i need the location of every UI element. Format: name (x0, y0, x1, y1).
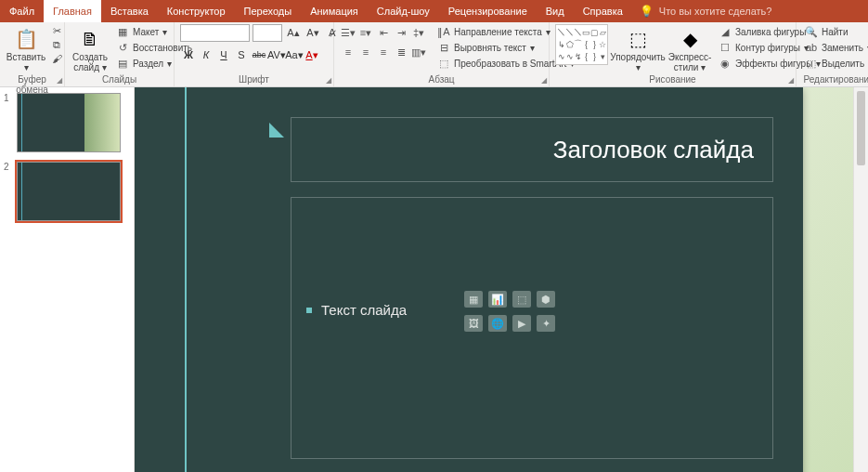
thumbnail-item[interactable]: 1 (4, 93, 130, 152)
columns-button[interactable]: ▥▾ (410, 44, 427, 60)
smartart-icon: ⬚ (437, 57, 450, 70)
tell-me-label: Что вы хотите сделать? (659, 6, 772, 17)
shape-conn-icon[interactable]: ↯ (574, 51, 582, 63)
shape-curve2-icon[interactable]: ∿ (565, 51, 574, 63)
copy-icon[interactable]: ⧉ (50, 38, 63, 51)
underline-button[interactable]: Ч (215, 46, 232, 63)
paragraph-launcher[interactable]: ◢ (541, 76, 547, 85)
slide-accent-line (185, 87, 187, 472)
drawing-launcher[interactable]: ◢ (788, 76, 794, 85)
shape-line2-icon[interactable]: ＼ (565, 26, 574, 38)
font-size-input[interactable] (253, 24, 282, 42)
tab-animations[interactable]: Анимация (301, 0, 368, 22)
shrink-font-button[interactable]: A▾ (304, 24, 321, 41)
replace-icon: ab (805, 41, 818, 54)
align-left-button[interactable]: ≡ (340, 44, 356, 60)
group-paragraph: ☰▾ ≡▾ ⇤ ⇥ ‡▾ ≡ ≡ ≡ ≣ ▥▾ ‖AНаправление те… (334, 22, 550, 86)
title-placeholder-text: Заголовок слайда (553, 136, 754, 164)
group-editing-label: Редактирование (802, 74, 868, 86)
vertical-scrollbar[interactable] (853, 87, 868, 472)
new-slide-button[interactable]: 🗎 Создать слайд ▾ (71, 24, 110, 74)
slide-canvas[interactable]: Заголовок слайда Текст слайда ▦ 📊 ⬚ ⬢ 🖼 … (135, 87, 803, 472)
insert-online-picture-icon[interactable]: 🌐 (488, 315, 507, 332)
clipboard-icon: 📋 (15, 26, 38, 52)
tab-help[interactable]: Справка (574, 0, 632, 22)
shape-rect3-icon[interactable]: ▱ (599, 26, 606, 38)
tab-slideshow[interactable]: Слайд-шоу (368, 0, 439, 22)
clipboard-launcher[interactable]: ◢ (57, 76, 62, 85)
insert-table-icon[interactable]: ▦ (464, 291, 483, 308)
shape-rect-icon[interactable]: ▭ (582, 26, 590, 38)
font-name-input[interactable] (180, 24, 250, 42)
font-launcher[interactable]: ◢ (326, 76, 331, 85)
group-font-label: Шрифт (180, 74, 328, 86)
shape-brace-icon[interactable]: { (582, 38, 590, 50)
strike-button[interactable]: abc (251, 46, 267, 63)
arrange-button[interactable]: ⬚ Упорядочить ▾ (612, 24, 664, 74)
tab-review[interactable]: Рецензирование (439, 0, 537, 22)
outdent-button[interactable]: ⇤ (375, 24, 392, 41)
group-clipboard: 📋 Вставить ▾ ✂ ⧉ 🖌 Буфер обмена ◢ (0, 22, 65, 86)
group-drawing-label: Рисование (555, 74, 790, 86)
thumbnail-item[interactable]: 2 (4, 162, 130, 221)
insert-3d-icon[interactable]: ⬢ (537, 291, 555, 308)
insert-smartart-icon[interactable]: ⬚ (512, 291, 531, 308)
shapes-gallery[interactable]: ＼＼＼▭▢▱ ↳⬠⌒{}☆ ∿∿↯{}▾ (555, 24, 608, 65)
align-right-button[interactable]: ≡ (375, 44, 392, 60)
shape-brace4-icon[interactable]: } (590, 51, 599, 63)
tab-file[interactable]: Файл (0, 0, 44, 22)
shadow-button[interactable]: S (233, 46, 250, 63)
text-direction-icon: ‖A (437, 25, 450, 38)
numbering-button[interactable]: ≡▾ (357, 24, 374, 41)
tab-home[interactable]: Главная (44, 0, 101, 22)
tab-transitions[interactable]: Переходы (235, 0, 302, 22)
char-spacing-button[interactable]: AV▾ (268, 46, 285, 63)
format-painter-icon[interactable]: 🖌 (50, 52, 63, 65)
shape-line3-icon[interactable]: ＼ (574, 26, 582, 38)
tab-design[interactable]: Конструктор (158, 0, 235, 22)
tab-view[interactable]: Вид (537, 0, 574, 22)
insert-chart-icon[interactable]: 📊 (488, 291, 507, 308)
replace-button[interactable]: abЗаменить ▾ (802, 40, 868, 55)
cut-icon[interactable]: ✂ (50, 24, 63, 37)
shape-rect2-icon[interactable]: ▢ (590, 26, 599, 38)
shape-brace2-icon[interactable]: } (590, 38, 599, 50)
thumbnail-preview[interactable] (17, 162, 121, 221)
indent-button[interactable]: ⇥ (393, 24, 409, 41)
shape-arc-icon[interactable]: ⌒ (574, 38, 582, 50)
body-placeholder[interactable]: Текст слайда ▦ 📊 ⬚ ⬢ 🖼 🌐 ▶ ✦ (291, 197, 773, 459)
bullets-button[interactable]: ☰▾ (340, 24, 356, 41)
insert-video-icon[interactable]: ▶ (512, 315, 531, 332)
find-button[interactable]: 🔍Найти (802, 24, 868, 39)
paste-button[interactable]: 📋 Вставить ▾ (6, 24, 46, 74)
insert-picture-icon[interactable]: 🖼 (464, 315, 483, 332)
align-center-button[interactable]: ≡ (357, 44, 374, 60)
quick-styles-button[interactable]: ◆ Экспресс- стили ▾ (667, 24, 712, 74)
shape-brace3-icon[interactable]: { (582, 51, 590, 63)
justify-button[interactable]: ≣ (393, 44, 409, 60)
thumbnail-preview[interactable] (17, 93, 121, 152)
shape-poly-icon[interactable]: ⬠ (565, 38, 574, 50)
select-button[interactable]: ⬚Выделить ▾ (802, 56, 868, 71)
insert-icon-icon[interactable]: ✦ (537, 315, 555, 332)
shape-more-icon[interactable]: ▾ (599, 51, 606, 63)
group-editing: 🔍Найти abЗаменить ▾ ⬚Выделить ▾ Редактир… (797, 22, 868, 86)
title-placeholder[interactable]: Заголовок слайда (291, 117, 773, 182)
reset-icon: ↺ (116, 41, 129, 54)
change-case-button[interactable]: Aa▾ (286, 46, 303, 63)
shape-curve-icon[interactable]: ∿ (557, 51, 565, 63)
tab-insert[interactable]: Вставка (101, 0, 158, 22)
shape-star-icon[interactable]: ☆ (599, 38, 606, 50)
ribbon-tabs: Файл Главная Вставка Конструктор Переход… (0, 0, 868, 22)
scrollbar-thumb[interactable] (857, 91, 865, 165)
shape-line-icon[interactable]: ＼ (557, 26, 565, 38)
tell-me-search[interactable]: 💡 Что вы хотите сделать? (640, 0, 772, 22)
bold-button[interactable]: Ж (180, 46, 197, 63)
shape-arrow-icon[interactable]: ↳ (557, 38, 565, 50)
line-spacing-button[interactable]: ‡▾ (410, 24, 427, 41)
select-icon: ⬚ (805, 57, 818, 70)
bulb-icon: 💡 (640, 5, 654, 18)
grow-font-button[interactable]: A▴ (285, 24, 302, 41)
font-color-button[interactable]: A▾ (304, 46, 320, 63)
italic-button[interactable]: К (198, 46, 214, 63)
